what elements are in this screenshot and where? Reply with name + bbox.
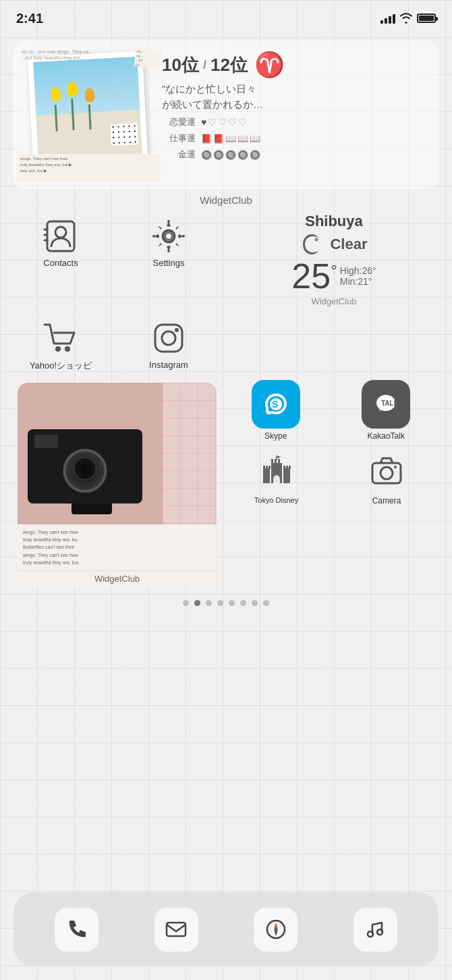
settings-label: Settings (153, 258, 185, 268)
status-time: 2:41 (16, 11, 43, 26)
contacts-icon[interactable] (39, 214, 83, 258)
svg-rect-21 (266, 466, 268, 469)
svg-text:S: S (272, 399, 278, 410)
small-apps-col: S Skype TALK KakaoTalk (221, 380, 441, 506)
heart-icon-4: ♡ (228, 117, 237, 128)
settings-icon[interactable] (147, 214, 191, 258)
instagram-icon[interactable] (147, 316, 191, 360)
coin-icon-5: 🔘 (250, 150, 260, 160)
horoscope-description: "なにかと忙しい日々 が続いて置かれるか… (162, 82, 428, 112)
svg-rect-27 (275, 459, 277, 464)
page-dot-8[interactable] (263, 600, 269, 606)
widget-text: wings. They can't see how truly beautifu… (18, 524, 217, 570)
coin-icon-3: 🔘 (225, 150, 236, 160)
svg-rect-23 (283, 466, 285, 469)
weather-widget[interactable]: Shibuya Clear 25 ° High:26° Min:21° Widg… (223, 209, 445, 310)
book-icon-4: 📖 (237, 134, 248, 144)
corner-note: ca... ca... ...ful ca... (134, 47, 162, 69)
instagram-app[interactable]: Instagram (115, 310, 223, 377)
castle-icon-svg (260, 454, 293, 487)
svg-point-13 (175, 328, 179, 332)
horoscope-widget[interactable]: ey ca... see how wings. They ca... ...bu… (13, 40, 439, 189)
skype-app[interactable]: S Skype (252, 380, 300, 441)
svg-rect-26 (271, 459, 273, 464)
page-dot-3[interactable] (206, 600, 212, 606)
page-dot-6[interactable] (240, 600, 246, 606)
coin-icon-4: 🔘 (237, 150, 248, 160)
moon-icon (300, 233, 323, 256)
music-icon[interactable] (354, 908, 397, 952)
yahoo-icon[interactable] (39, 316, 83, 360)
kakaotalk-label: KakaoTalk (368, 431, 405, 441)
svg-rect-36 (167, 923, 186, 936)
instagram-icon-svg (151, 321, 186, 356)
svg-marker-30 (277, 456, 281, 458)
kakaotalk-icon[interactable]: TALK (362, 380, 410, 429)
money-icons: 🔘 🔘 🔘 🔘 🔘 (201, 150, 260, 160)
svg-point-35 (394, 466, 397, 468)
weather-hilo: High:26° Min:21° (340, 265, 376, 287)
svg-point-10 (65, 346, 70, 352)
phone-dock-item[interactable] (55, 908, 98, 952)
svg-rect-17 (263, 468, 270, 483)
svg-rect-20 (263, 466, 265, 469)
messaging-apps-row: S Skype TALK KakaoTalk (221, 380, 441, 441)
love-fortune-row: 恋愛運 ♥ ♡ ♡ ♡ ♡ (162, 116, 428, 128)
contact-icon-svg (43, 219, 78, 254)
svg-rect-25 (289, 466, 291, 469)
music-dock-item[interactable] (354, 908, 397, 952)
mail-icon[interactable] (154, 908, 198, 952)
camera-widget[interactable]: wings. They can't see how truly beautifu… (18, 383, 217, 587)
camera-app-icon-svg (370, 454, 403, 487)
weather-condition-row: Clear (229, 233, 439, 256)
instagram-label: Instagram (149, 360, 188, 370)
aries-symbol: ♈ (254, 51, 285, 79)
camera-image (18, 383, 217, 524)
music-icon-svg (364, 918, 387, 941)
svg-point-34 (380, 467, 393, 479)
kakaotalk-app[interactable]: TALK KakaoTalk (362, 380, 410, 441)
settings-app[interactable]: Settings (115, 209, 223, 310)
skype-icon-svg: S (261, 389, 291, 419)
compass-icon[interactable] (254, 908, 298, 952)
page-dot-1[interactable] (183, 600, 189, 606)
page-dot-2[interactable] (194, 600, 200, 606)
horoscope-image-main (28, 51, 148, 165)
phone-icon[interactable] (55, 908, 98, 952)
widgetclub-label-1: WidgetClub (0, 194, 452, 206)
svg-text:TALK: TALK (381, 400, 399, 407)
horoscope-rank: 10位 / 12位 ♈ (162, 51, 428, 79)
svg-point-12 (162, 331, 175, 345)
apps-row-1: Contacts (7, 209, 445, 310)
svg-point-41 (368, 931, 373, 937)
yahoo-app[interactable]: Yahoo!ショッビ (7, 310, 115, 377)
svg-point-42 (377, 929, 383, 935)
gear-icon-svg (151, 219, 186, 254)
contacts-app[interactable]: Contacts (7, 209, 115, 310)
disney-icon[interactable] (252, 446, 301, 495)
big-widget-row: wings. They can't see how truly beautifu… (11, 380, 441, 589)
signal-icon (380, 13, 395, 24)
rank-total: 12位 (210, 53, 248, 77)
svg-rect-22 (269, 466, 271, 469)
svg-point-8 (315, 238, 318, 242)
mail-dock-item[interactable] (154, 908, 198, 952)
page-dot-4[interactable] (217, 600, 223, 606)
disney-app[interactable]: Tokyo Disney (251, 446, 302, 506)
status-bar: 2:41 (0, 0, 452, 34)
page-dots (0, 600, 452, 606)
mail-icon-svg (165, 918, 188, 941)
safari-dock-item[interactable] (254, 908, 298, 952)
weather-temp: 25 (291, 256, 331, 296)
news-strip: wings. They can't see how truly beautifu… (17, 154, 161, 182)
page-dot-5[interactable] (229, 600, 235, 606)
compass-icon-svg (264, 918, 287, 941)
page-dot-7[interactable] (252, 600, 258, 606)
camera-app[interactable]: Camera (362, 446, 411, 506)
wifi-icon (399, 13, 413, 24)
skype-icon[interactable]: S (252, 380, 300, 429)
weather-temp-row: 25 ° High:26° Min:21° (229, 256, 439, 296)
work-fortune-row: 仕事運 📕 📕 📖 📖 📖 (162, 132, 428, 144)
camera-app-icon[interactable] (362, 446, 411, 495)
weather-footer: WidgetClub (229, 296, 439, 306)
